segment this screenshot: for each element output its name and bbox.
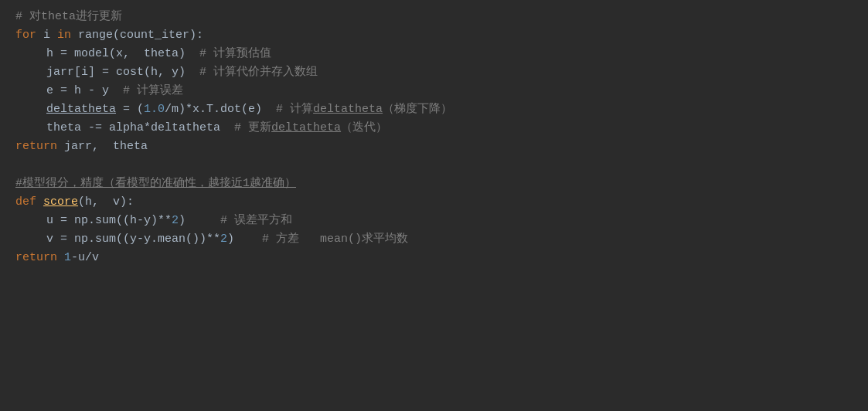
number-2a: 2 (172, 212, 179, 230)
code-line-8: return jarr, theta (0, 138, 868, 156)
code-line-6: deltatheta = (1.0/m)*x.T.dot(e) # 计算delt… (0, 100, 868, 119)
code-line-12: u = np.sum((h-y)**2) # 误差平方和 (0, 212, 868, 230)
code-line-13: v = np.sum((y-y.mean())**2) # 方差 mean()求… (0, 230, 868, 249)
comment-theta-underline: deltatheta (271, 119, 341, 138)
e-assignment: e = h - y (46, 82, 123, 100)
u-close: ) (179, 212, 220, 230)
comment-token: # 对theta进行更新 (15, 8, 122, 26)
keyword-in: in (57, 26, 71, 45)
def-space (36, 193, 43, 212)
range-call: range(count_iter): (71, 26, 203, 45)
code-editor: # 对theta进行更新 for i in range(count_iter):… (0, 0, 868, 411)
comment-theta2: （迭代） (341, 119, 387, 138)
number-2b: 2 (220, 230, 227, 249)
code-line-5: e = h - y # 计算误差 (0, 82, 868, 100)
comment-u: # 误差平方和 (220, 212, 292, 230)
comment-v: # 方差 mean()求平均数 (262, 230, 408, 249)
function-score: score (43, 193, 78, 212)
return-space (57, 249, 64, 267)
delta-assign: = ( (116, 100, 144, 119)
keyword-return1: return (15, 138, 57, 156)
keyword-return2: return (15, 249, 57, 267)
comment-delta1: # 计算 (276, 100, 313, 119)
number-1: 1.0 (144, 100, 165, 119)
theta-update: theta -= alpha*deltatheta (46, 119, 234, 138)
delta-formula: /m)*x.T.dot(e) (165, 100, 276, 119)
comment-jarr: # 计算代价并存入数组 (199, 63, 318, 82)
variable-i: i (36, 26, 57, 45)
h-assignment: h = model(x, theta) (46, 45, 199, 63)
v-close: ) (227, 230, 262, 249)
comment-score-header: #模型得分，精度（看模型的准确性，越接近1越准确） (15, 175, 296, 193)
comment-delta2: （梯度下降） (383, 100, 452, 119)
code-line-7: theta -= alpha*deltatheta # 更新deltatheta… (0, 119, 868, 138)
code-line-14: return 1-u/v (0, 249, 868, 267)
number-1-return: 1 (64, 249, 71, 267)
score-params: (h, v): (78, 193, 134, 212)
comment-delta-underline: deltatheta (313, 100, 383, 119)
code-line-10: #模型得分，精度（看模型的准确性，越接近1越准确） (0, 175, 868, 193)
v-assignment: v = np.sum((y-y.mean())** (46, 230, 220, 249)
code-line-4: jarr[i] = cost(h, y) # 计算代价并存入数组 (0, 63, 868, 82)
return-expr: -u/v (71, 249, 99, 267)
empty-line (15, 156, 22, 175)
comment-calc-h: # 计算预估值 (199, 45, 271, 63)
code-line-9 (0, 156, 868, 175)
code-line-2: for i in range(count_iter): (0, 26, 868, 45)
code-line-1: # 对theta进行更新 (0, 8, 868, 26)
keyword-for: for (15, 26, 36, 45)
jarr-assignment: jarr[i] = cost(h, y) (46, 63, 199, 82)
comment-e: # 计算误差 (123, 82, 183, 100)
code-line-11: def score(h, v): (0, 193, 868, 212)
keyword-def: def (15, 193, 36, 212)
u-assignment: u = np.sum((h-y)** (46, 212, 172, 230)
code-line-3: h = model(x, theta) # 计算预估值 (0, 45, 868, 63)
return-values: jarr, theta (57, 138, 148, 156)
comment-theta1: # 更新 (234, 119, 271, 138)
deltatheta-var: deltatheta (46, 100, 116, 119)
